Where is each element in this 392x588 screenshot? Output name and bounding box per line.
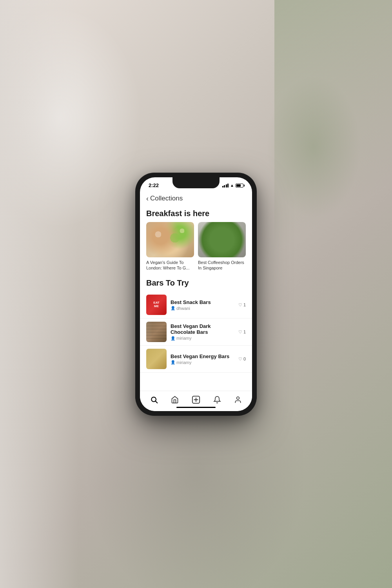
author-icon-2: 👤 xyxy=(171,336,175,340)
bar-image-red: EATME xyxy=(146,295,167,315)
home-icon xyxy=(171,396,179,404)
card-1-image xyxy=(146,222,194,257)
card-1[interactable]: A Vegan's Guide To London: Where To G... xyxy=(146,222,194,271)
list-item-3-thumb xyxy=(146,349,167,369)
author-name-1: dhwani xyxy=(176,306,190,311)
list-item-2-info: Best Vegan Dark Chocolate Bars 👤 miriamy xyxy=(171,323,234,340)
author-name-2: miriamy xyxy=(176,336,192,340)
bar-image-yellow xyxy=(146,349,167,369)
nav-back-label[interactable]: Collections xyxy=(150,195,183,202)
heart-icon-1: ♡ xyxy=(238,302,242,308)
list-item-3[interactable]: Best Vegan Energy Bars 👤 miriamy ♡ 0 xyxy=(140,346,252,373)
list-item-1-thumb: EATME xyxy=(146,295,167,315)
bg-arch-left xyxy=(0,0,78,588)
card-1-label: A Vegan's Guide To London: Where To G... xyxy=(146,260,194,271)
list-item-2-thumb xyxy=(146,322,167,342)
card-2-image xyxy=(198,222,246,257)
list-item-3-title: Best Vegan Energy Bars xyxy=(171,353,234,359)
battery-icon xyxy=(236,184,243,188)
nav-header[interactable]: ‹ Collections xyxy=(140,191,252,206)
card-2[interactable]: Best Coffeeshop Orders In Singapore xyxy=(198,222,246,271)
battery-fill xyxy=(236,184,241,187)
back-arrow-icon[interactable]: ‹ xyxy=(146,195,149,203)
list-item-1-title: Best Snack Bars xyxy=(171,299,234,305)
svg-point-5 xyxy=(236,397,239,400)
home-indicator xyxy=(176,407,216,408)
section-title-bars: Bars To Try xyxy=(140,277,252,291)
list-item-1-author: 👤 dhwani xyxy=(171,306,234,311)
signal-bar-3 xyxy=(226,184,227,188)
list-item-2-likes: ♡ 1 xyxy=(238,329,246,335)
signal-bar-4 xyxy=(227,184,229,188)
list-item-2[interactable]: Best Vegan Dark Chocolate Bars 👤 miriamy… xyxy=(140,319,252,346)
list-item-3-info: Best Vegan Energy Bars 👤 miriamy xyxy=(171,353,234,365)
list-item-2-author: 👤 miriamy xyxy=(171,336,234,340)
author-name-3: miriamy xyxy=(176,360,192,365)
signal-icon xyxy=(222,184,229,188)
profile-icon xyxy=(234,396,242,404)
heart-icon-3: ♡ xyxy=(238,357,242,362)
nav-item-add[interactable] xyxy=(189,394,203,406)
author-icon-3: 👤 xyxy=(171,360,175,364)
bottom-nav xyxy=(140,391,252,411)
likes-count-3: 0 xyxy=(243,357,246,361)
bell-icon xyxy=(213,396,221,404)
list-item-1-info: Best Snack Bars 👤 dhwani xyxy=(171,299,234,311)
nav-item-profile[interactable] xyxy=(231,394,245,405)
nav-item-notifications[interactable] xyxy=(210,394,224,405)
content-area: ‹ Collections Breakfast is here A Vegan'… xyxy=(140,191,252,391)
nav-item-home[interactable] xyxy=(168,394,182,405)
svg-line-1 xyxy=(156,401,158,403)
list-item-1-likes: ♡ 1 xyxy=(238,302,246,308)
search-icon xyxy=(150,396,158,404)
status-time: 2:22 xyxy=(149,182,159,188)
heart-icon-2: ♡ xyxy=(238,329,242,335)
phone-device: 2:22 ▲ ‹ xyxy=(135,173,257,416)
phone-notch xyxy=(172,177,220,188)
bg-arch-right xyxy=(274,0,392,353)
status-icons: ▲ xyxy=(222,183,243,188)
section-title-breakfast: Breakfast is here xyxy=(140,206,252,222)
phone-screen: 2:22 ▲ ‹ xyxy=(140,177,252,411)
author-icon-1: 👤 xyxy=(171,306,175,310)
likes-count-1: 1 xyxy=(243,302,246,307)
bar-image-dark xyxy=(146,322,167,342)
wifi-icon: ▲ xyxy=(230,183,234,188)
signal-bar-1 xyxy=(222,186,223,188)
nav-item-search[interactable] xyxy=(147,394,161,405)
cards-row: A Vegan's Guide To London: Where To G...… xyxy=(140,222,252,277)
phone-mockup: 2:22 ▲ ‹ xyxy=(135,173,257,416)
add-icon xyxy=(192,395,200,404)
list-item-2-title: Best Vegan Dark Chocolate Bars xyxy=(171,323,234,335)
list-item-3-author: 👤 miriamy xyxy=(171,360,234,365)
card-2-label: Best Coffeeshop Orders In Singapore xyxy=(198,260,246,271)
list-item-1[interactable]: EATME Best Snack Bars 👤 dhwani ♡ 1 xyxy=(140,291,252,319)
list-item-3-likes: ♡ 0 xyxy=(238,357,246,362)
signal-bar-2 xyxy=(224,185,225,188)
likes-count-2: 1 xyxy=(243,329,246,334)
